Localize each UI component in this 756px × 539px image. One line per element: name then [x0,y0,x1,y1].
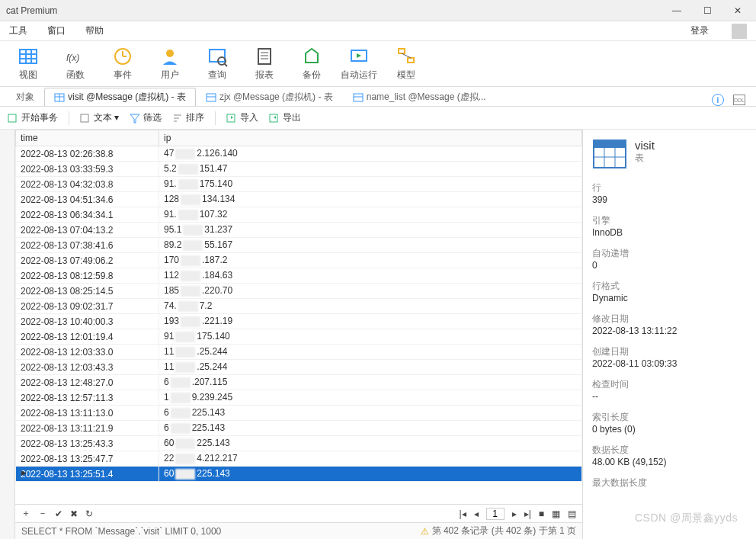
cell-ip[interactable]: 224.212.217 [159,451,582,467]
cell-time[interactable]: 2022-08-13 13:25:43.3 [16,436,159,451]
table-row[interactable]: 2022-08-13 12:03:33.011.25.244 [16,345,582,360]
info-icon[interactable]: i [712,94,724,106]
cell-time[interactable]: 2022-08-13 13:25:51.4 [16,467,159,482]
cell-ip[interactable]: 60225.143 [159,467,582,482]
tool-event[interactable]: 事件 [101,43,145,85]
cell-time[interactable]: 2022-08-13 03:33:59.3 [16,162,159,177]
cell-time[interactable]: 2022-08-13 10:40:00.3 [16,314,159,329]
tool-backup[interactable]: 备份 [290,43,334,85]
table-row[interactable]: 2022-08-13 08:12:59.8112.184.63 [16,268,582,284]
table-row[interactable]: 2022-08-13 13:25:47.7224.212.217 [16,451,582,467]
maximize-button[interactable]: ☐ [692,0,722,21]
cell-ip[interactable]: 19.239.245 [159,390,582,406]
table-row[interactable]: 2022-08-13 13:25:43.360225.143 [16,436,582,451]
table-row[interactable]: 2022-08-13 13:11:13.06225.143 [16,406,582,421]
stop-button[interactable]: ■ [539,509,544,519]
table-row[interactable]: 2022-08-13 02:26:38.8472.126.140 [16,146,582,162]
cell-time[interactable]: 2022-08-13 12:03:33.0 [16,345,159,360]
minimize-button[interactable]: — [662,0,692,21]
filter-button[interactable]: 筛选 [130,111,162,124]
menu-tools[interactable]: 工具 [9,24,27,37]
cell-ip[interactable]: 185.220.70 [159,284,582,299]
ddl-icon[interactable]: DDL [733,95,745,105]
cell-ip[interactable]: 6225.143 [159,406,582,421]
cell-time[interactable]: 2022-08-13 04:32:03.8 [16,177,159,192]
import-button[interactable]: 导入 [226,111,258,124]
cell-ip[interactable]: 74.7.2 [159,299,582,314]
col-ip[interactable]: ip [159,130,582,146]
sort-button[interactable]: 排序 [172,111,204,124]
login-link[interactable]: 登录 [690,24,709,37]
table-row[interactable]: 2022-08-13 12:57:11.319.239.245 [16,390,582,406]
table-row[interactable]: 2022-08-13 13:11:21.96225.143 [16,421,582,436]
cell-ip[interactable]: 95.131.237 [159,223,582,238]
col-time[interactable]: time [16,130,159,146]
table-row[interactable]: 2022-08-13 07:49:06.2170.187.2 [16,253,582,268]
table-row[interactable]: 2022-08-13 12:03:43.311.25.244 [16,360,582,375]
cell-ip[interactable]: 472.126.140 [159,146,582,162]
tab-visit[interactable]: visit @Message (虚拟机) - 表 [44,88,196,106]
tab-namelist[interactable]: name_list @Message (虚拟... [343,88,496,106]
table-row[interactable]: 2022-08-13 07:38:41.689.255.167 [16,238,582,253]
cell-time[interactable]: 2022-08-13 13:11:21.9 [16,421,159,436]
cell-time[interactable]: 2022-08-13 13:11:13.0 [16,406,159,421]
tool-model[interactable]: 模型 [384,43,428,85]
refresh-button[interactable]: ↻ [85,509,93,519]
cell-ip[interactable]: 6.207.115 [159,375,582,390]
table-row[interactable]: 2022-08-13 12:48:27.06.207.115 [16,375,582,390]
cell-ip[interactable]: 128134.134 [159,192,582,207]
tab-zjx[interactable]: zjx @Message (虚拟机) - 表 [196,88,343,106]
cancel-button[interactable]: ✖ [70,509,78,519]
cell-ip[interactable]: 193.221.19 [159,314,582,329]
export-button[interactable]: 导出 [269,111,301,124]
delete-row-button[interactable]: － [38,507,47,520]
last-page-button[interactable]: ▸| [524,509,531,519]
cell-ip[interactable]: 6225.143 [159,421,582,436]
cell-ip[interactable]: 11.25.244 [159,360,582,375]
cell-ip[interactable]: 11.25.244 [159,345,582,360]
menu-help[interactable]: 帮助 [85,24,104,37]
tool-view[interactable]: 视图 [6,43,50,85]
prev-page-button[interactable]: ◂ [474,509,479,519]
table-wrap[interactable]: time ip 2022-08-13 02:26:38.8472.126.140… [15,130,582,504]
page-input[interactable] [486,508,505,520]
data-grid[interactable]: time ip 2022-08-13 02:26:38.8472.126.140… [15,130,582,482]
table-row[interactable]: 2022-08-13 04:51:34.6128134.134 [16,192,582,207]
cell-time[interactable]: 2022-08-13 06:34:34.1 [16,207,159,223]
cell-time[interactable]: 2022-08-13 12:57:11.3 [16,390,159,406]
cell-time[interactable]: 2022-08-13 02:26:38.8 [16,146,159,162]
close-button[interactable]: ✕ [722,0,753,21]
cell-time[interactable]: 2022-08-13 07:49:06.2 [16,253,159,268]
tab-objects[interactable]: 对象 [6,88,44,106]
cell-time[interactable]: 2022-08-13 07:38:41.6 [16,238,159,253]
tool-function[interactable]: f(x) 函数 [53,43,98,85]
cell-ip[interactable]: 112.184.63 [159,268,582,284]
begin-transaction-button[interactable]: 开始事务 [8,111,58,124]
grid-view-button[interactable]: ▦ [552,509,560,519]
cell-ip[interactable]: 91.175.140 [159,177,582,192]
cell-ip[interactable]: 89.255.167 [159,238,582,253]
next-page-button[interactable]: ▸ [512,509,517,519]
table-row[interactable]: 2022-08-13 09:02:31.774.7.2 [16,299,582,314]
cell-ip[interactable]: 5.2151.47 [159,162,582,177]
cell-time[interactable]: 2022-08-13 12:03:43.3 [16,360,159,375]
table-row[interactable]: 2022-08-13 04:32:03.891.175.140 [16,177,582,192]
table-row[interactable]: 2022-08-13 12:01:19.491175.140 [16,329,582,345]
table-row[interactable]: 2022-08-13 06:34:34.191.107.32 [16,207,582,223]
tool-query[interactable]: 查询 [195,43,239,85]
tool-report[interactable]: 报表 [242,43,287,85]
cell-time[interactable]: 2022-08-13 07:04:13.2 [16,223,159,238]
first-page-button[interactable]: |◂ [460,509,466,519]
menu-window[interactable]: 窗口 [47,24,66,37]
table-row[interactable]: 2022-08-13 10:40:00.3193.221.19 [16,314,582,329]
cell-time[interactable]: 2022-08-13 08:12:59.8 [16,268,159,284]
cell-ip[interactable]: 91.107.32 [159,207,582,223]
cell-time[interactable]: 2022-08-13 13:25:47.7 [16,451,159,467]
cell-ip[interactable]: 60225.143 [159,436,582,451]
cell-ip[interactable]: 170.187.2 [159,253,582,268]
table-row[interactable]: 2022-08-13 07:04:13.295.131.237 [16,223,582,238]
cell-time[interactable]: 2022-08-13 12:01:19.4 [16,329,159,345]
tool-autorun[interactable]: 自动运行 [337,43,381,85]
text-mode-button[interactable]: 文本 ▾ [80,111,119,124]
avatar[interactable] [732,24,747,39]
